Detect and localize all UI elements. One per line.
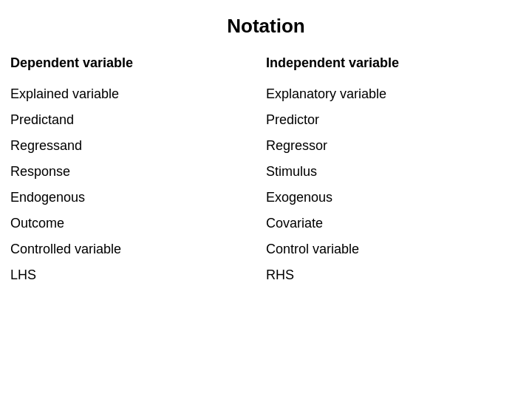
cell-independent-4: Exogenous (266, 190, 522, 205)
cell-dependent-1: Predictand (10, 112, 266, 128)
table-row: RegressandRegressor (7, 133, 525, 159)
cell-dependent-7: LHS (10, 267, 266, 283)
rows-container: Explained variableExplanatory variablePr… (7, 81, 525, 288)
page: Notation Dependent variable Independent … (0, 0, 532, 399)
table-row: ResponseStimulus (7, 159, 525, 185)
cell-dependent-6: Controlled variable (10, 242, 266, 257)
cell-independent-7: RHS (266, 267, 522, 283)
column-headers: Dependent variable Independent variable (7, 55, 525, 71)
table-row: OutcomeCovariate (7, 211, 525, 236)
cell-dependent-0: Explained variable (10, 86, 266, 102)
page-title: Notation (7, 15, 525, 38)
cell-dependent-4: Endogenous (10, 190, 266, 205)
cell-dependent-2: Regressand (10, 138, 266, 154)
cell-independent-3: Stimulus (266, 164, 522, 180)
cell-independent-2: Regressor (266, 138, 522, 154)
cell-independent-0: Explanatory variable (266, 86, 522, 102)
cell-independent-1: Predictor (266, 112, 522, 128)
header-independent: Independent variable (266, 55, 522, 71)
table-row: Controlled variableControl variable (7, 236, 525, 262)
cell-dependent-5: Outcome (10, 216, 266, 231)
table-row: LHSRHS (7, 262, 525, 288)
header-dependent: Dependent variable (10, 55, 266, 71)
table-row: PredictandPredictor (7, 107, 525, 133)
cell-independent-6: Control variable (266, 242, 522, 257)
cell-independent-5: Covariate (266, 216, 522, 231)
table-row: Explained variableExplanatory variable (7, 81, 525, 107)
table-row: EndogenousExogenous (7, 185, 525, 211)
cell-dependent-3: Response (10, 164, 266, 180)
